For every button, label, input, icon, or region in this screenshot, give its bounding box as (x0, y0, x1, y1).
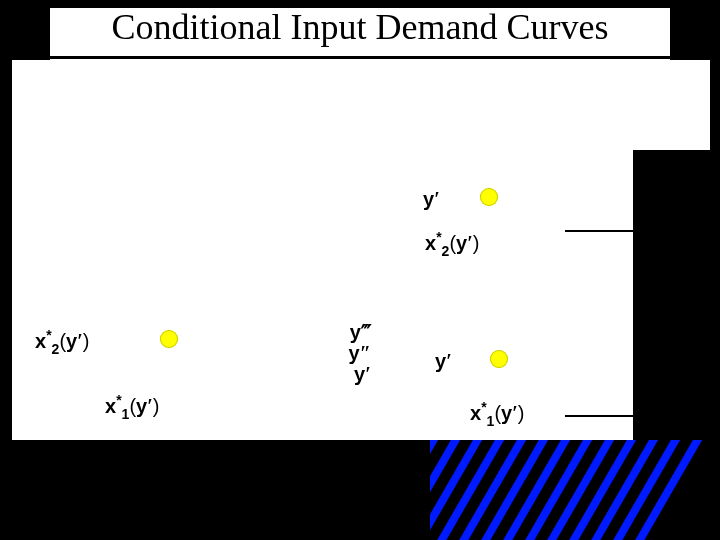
dot-top-right (480, 188, 498, 206)
label-x1-yprime-right: x*1(y′) (470, 402, 524, 425)
panel-top (12, 60, 710, 150)
panel-left (12, 292, 338, 440)
label-x2-yprime-right: x*2(y′) (425, 232, 479, 255)
label-x2-yprime-left: x*2(y′) (35, 330, 89, 353)
title-underline (50, 56, 670, 59)
slide: Conditional Input Demand Curves y′ x*2(y… (0, 0, 720, 540)
dot-bottom-right (490, 350, 508, 368)
dot-left (160, 330, 178, 348)
label-y-prime-bottom: y′ (435, 350, 452, 373)
slide-title: Conditional Input Demand Curves (50, 8, 670, 60)
diagonal-stripes (430, 440, 720, 540)
label-y-stack: y‴ y″ y′ (340, 322, 371, 385)
axis-arrow-bottom-right (565, 415, 715, 417)
axis-arrow-top-right (565, 230, 715, 232)
label-y-prime-top: y′ (423, 188, 440, 211)
label-x1-yprime-left: x*1(y′) (105, 395, 159, 418)
